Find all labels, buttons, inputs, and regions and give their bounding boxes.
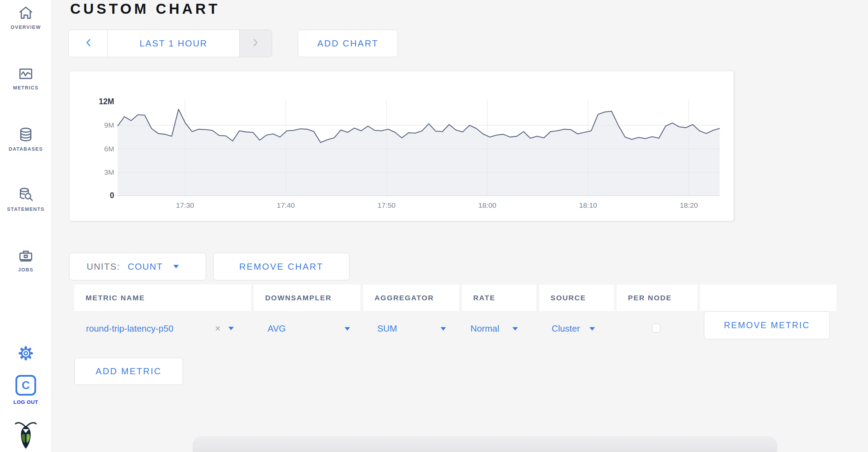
rate-select[interactable]: Normal	[470, 323, 518, 334]
x-tick-label: 17:40	[277, 201, 295, 209]
chevron-right-icon	[253, 39, 258, 48]
y-tick-label: 9M	[104, 121, 114, 129]
time-range-label: LAST 1 HOUR	[140, 38, 208, 49]
add-metric-button[interactable]: ADD METRIC	[74, 358, 183, 385]
column-header-aggregator: AGGREGATOR	[363, 284, 459, 311]
logout-button[interactable]: C LOG OUT	[0, 375, 52, 405]
column-header-downsampler: DOWNSAMPLER	[254, 284, 360, 311]
chevron-down-icon	[441, 327, 446, 331]
custom-chart-svg: 17:3017:4017:5018:0018:1018:2003M6M9M12M	[69, 71, 734, 221]
chevron-down-icon	[345, 327, 350, 331]
databases-icon	[0, 126, 52, 143]
cockroach-logo-icon	[0, 420, 52, 449]
x-tick-label: 18:10	[579, 201, 597, 209]
statements-icon	[0, 186, 52, 203]
column-header-metric-name: METRIC NAME	[74, 284, 251, 311]
add-chart-button[interactable]: ADD CHART	[298, 30, 398, 57]
sidebar-item-databases[interactable]: DATABASES	[0, 126, 52, 152]
time-range-next-button[interactable]	[239, 30, 272, 57]
sidebar-item-label: OVERVIEW	[0, 24, 52, 30]
remove-metric-button[interactable]: REMOVE METRIC	[704, 311, 830, 339]
rate-value: Normal	[470, 323, 499, 334]
custom-chart-page: OVERVIEW METRICS DATABASES	[0, 0, 868, 452]
units-label: UNITS:	[87, 261, 120, 272]
sidebar-item-label: METRICS	[0, 85, 52, 90]
bottom-card-shadow	[193, 436, 777, 452]
sidebar-item-statements[interactable]: STATEMENTS	[0, 186, 52, 212]
remove-chart-label: REMOVE CHART	[239, 261, 324, 272]
metrics-icon	[0, 65, 52, 82]
x-tick-label: 17:50	[378, 201, 396, 209]
metric-name-value[interactable]: round-trip-latency-p50	[86, 323, 173, 334]
cockroach-c-logo: C	[15, 375, 36, 396]
sidebar: OVERVIEW METRICS DATABASES	[0, 0, 52, 452]
remove-metric-label: REMOVE METRIC	[724, 320, 810, 330]
metric-name-dropdown-icon[interactable]	[228, 327, 234, 330]
chart-card: 17:3017:4017:5018:0018:1018:2003M6M9M12M	[69, 71, 734, 221]
downsampler-select[interactable]: AVG	[268, 323, 350, 334]
sidebar-item-metrics[interactable]: METRICS	[0, 65, 52, 90]
sidebar-item-label: JOBS	[0, 267, 52, 272]
add-chart-label: ADD CHART	[317, 38, 378, 49]
sidebar-item-label: STATEMENTS	[0, 206, 52, 212]
x-tick-label: 18:20	[680, 201, 698, 209]
chevron-down-icon	[512, 327, 518, 331]
column-header-actions	[700, 284, 836, 311]
time-range-prev-button[interactable]	[69, 30, 108, 57]
sidebar-item-label: DATABASES	[0, 146, 52, 152]
units-dropdown[interactable]: UNITS: COUNT	[69, 253, 206, 280]
y-tick-label: 3M	[104, 168, 114, 176]
aggregator-select[interactable]: SUM	[377, 323, 446, 334]
y-tick-label: 0	[110, 191, 114, 200]
remove-chart-button[interactable]: REMOVE CHART	[213, 253, 349, 280]
downsampler-value: AVG	[268, 323, 286, 334]
column-header-per-node: PER NODE	[617, 284, 697, 311]
cockroach-bug-logo	[0, 420, 52, 449]
time-range-selector: LAST 1 HOUR	[68, 30, 272, 57]
chevron-down-icon	[589, 327, 595, 331]
logo-letter: C	[22, 379, 30, 392]
source-value: Cluster	[552, 323, 580, 334]
page-title: CUSTOM CHART	[70, 1, 220, 17]
per-node-checkbox[interactable]	[652, 324, 660, 333]
logout-label: LOG OUT	[0, 399, 52, 405]
y-tick-label: 6M	[104, 145, 114, 153]
column-header-rate: RATE	[462, 284, 536, 311]
sidebar-item-overview[interactable]: OVERVIEW	[0, 5, 52, 30]
x-tick-label: 18:00	[478, 201, 497, 209]
settings-button[interactable]	[0, 344, 52, 362]
sidebar-item-jobs[interactable]: JOBS	[0, 247, 52, 272]
jobs-icon	[0, 247, 52, 264]
aggregator-value: SUM	[377, 323, 397, 334]
source-select[interactable]: Cluster	[552, 323, 595, 334]
home-icon	[0, 5, 52, 21]
clear-metric-icon[interactable]: ×	[215, 324, 220, 333]
add-metric-label: ADD METRIC	[96, 366, 162, 377]
y-tick-label: 12M	[99, 97, 114, 106]
time-range-dropdown[interactable]: LAST 1 HOUR	[108, 30, 239, 57]
chevron-left-icon	[86, 39, 91, 48]
chart-area-fill	[118, 109, 720, 196]
column-header-source: SOURCE	[539, 284, 614, 311]
units-value: COUNT	[128, 261, 163, 272]
chevron-down-icon	[173, 265, 179, 268]
gear-icon	[0, 344, 52, 362]
x-tick-label: 17:30	[176, 201, 194, 209]
